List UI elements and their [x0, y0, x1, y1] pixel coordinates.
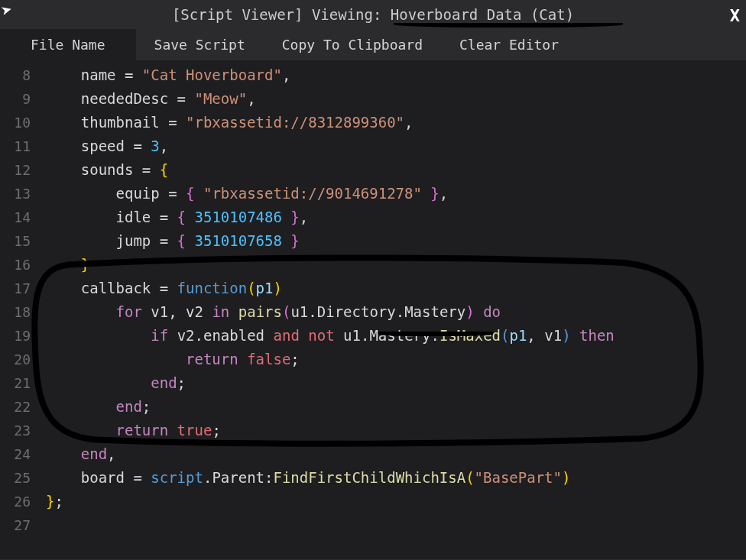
code-line: board = script.Parent:FindFirstChildWhic…	[38, 466, 746, 490]
code-line: end;	[38, 371, 746, 395]
menu-file-name[interactable]: File Name	[0, 29, 136, 60]
line-number: 20	[0, 348, 38, 371]
line-number: 26	[0, 490, 38, 513]
line-number: 25	[0, 466, 38, 490]
line-number: 19	[0, 324, 38, 348]
line-number: 14	[0, 206, 38, 229]
line-number: 18	[0, 300, 38, 324]
line-number: 8	[0, 63, 38, 87]
line-number: 21	[0, 371, 38, 395]
line-number: 9	[0, 87, 38, 111]
code-line: idle = { 3510107486 },	[38, 206, 746, 229]
line-number: 22	[0, 395, 38, 419]
code-line: sounds = {	[38, 158, 746, 182]
line-number: 27	[0, 513, 38, 537]
title-bar: [Script Viewer] Viewing: Hoverboard Data…	[0, 0, 746, 29]
line-number: 13	[0, 182, 38, 206]
code-line: thumbnail = "rbxassetid://8312899360",	[38, 111, 746, 134]
line-number: 12	[0, 158, 38, 182]
menu-copy-clipboard[interactable]: Copy To Clipboard	[264, 29, 441, 60]
code-line: return false;	[38, 348, 746, 371]
line-number: 15	[0, 229, 38, 253]
code-line: };	[38, 490, 746, 513]
line-number: 23	[0, 419, 38, 442]
editor-container: 8 9 10 11 12 13 14 15 16 17 18 19 20 21 …	[0, 60, 746, 559]
code-line: name = "Cat Hoverboard",	[38, 63, 746, 87]
code-line: speed = 3,	[38, 134, 746, 158]
line-number: 16	[0, 253, 38, 277]
code-line: return true;	[38, 419, 746, 442]
code-line: jump = { 3510107658 }	[38, 229, 746, 253]
code-line: end,	[38, 442, 746, 466]
code-area[interactable]: name = "Cat Hoverboard", neededDesc = "M…	[38, 60, 746, 559]
line-number: 17	[0, 277, 38, 300]
code-line: neededDesc = "Meow",	[38, 87, 746, 111]
window-title: [Script Viewer] Viewing: Hoverboard Data…	[172, 6, 574, 23]
line-number-gutter: 8 9 10 11 12 13 14 15 16 17 18 19 20 21 …	[0, 60, 38, 559]
menu-save-script[interactable]: Save Script	[136, 29, 264, 60]
menu-bar: File Name Save Script Copy To Clipboard …	[0, 29, 746, 60]
code-line	[38, 513, 746, 537]
line-number: 11	[0, 134, 38, 158]
code-line: }	[38, 253, 746, 277]
code-line: for v1, v2 in pairs(u1.Directory.Mastery…	[38, 300, 746, 324]
menu-clear-editor[interactable]: Clear Editor	[441, 29, 577, 60]
code-line: if v2.enabled and not u1.Mastery.IsMaxed…	[38, 324, 746, 348]
close-button[interactable]: X	[730, 6, 740, 25]
code-line: end;	[38, 395, 746, 419]
code-line: callback = function(p1)	[38, 277, 746, 300]
line-number: 10	[0, 111, 38, 134]
code-line: equip = { "rbxassetid://9014691278" },	[38, 182, 746, 206]
line-number: 24	[0, 442, 38, 466]
